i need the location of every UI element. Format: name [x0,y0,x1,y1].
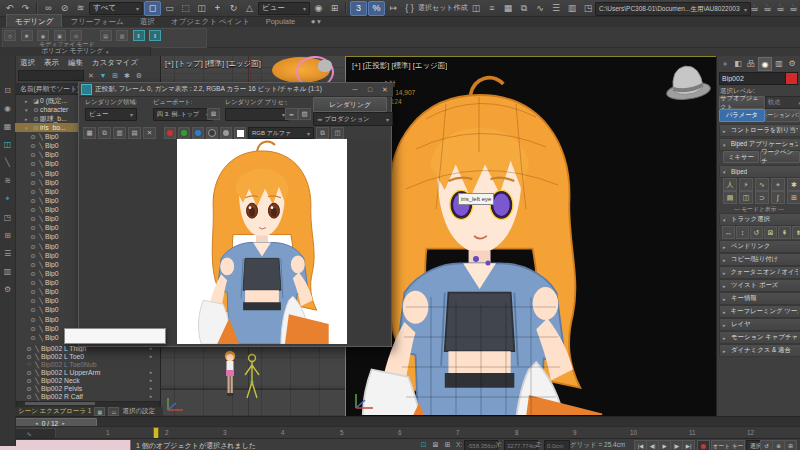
eye-icon[interactable]: ⊙ [32,124,40,131]
render-setup-icon[interactable]: ◳ [581,2,596,15]
display-cameras-icon[interactable]: ⌖ [5,194,10,204]
eye-icon[interactable]: ⊙ [29,133,37,140]
eye-icon[interactable]: ⊙ [29,288,37,295]
eye-icon[interactable]: ⊙ [25,377,33,384]
auto-key-button[interactable]: オート キー [711,440,745,450]
y-coordinate-field[interactable]: 3277.774cm [504,440,538,450]
pick-filter-icon[interactable]: ✱ [122,72,132,80]
maxscript-mini-listener[interactable] [0,440,131,450]
set-key-icon[interactable] [697,440,710,450]
body-rotation-icon[interactable]: ↺ [750,226,763,239]
expand-arrow-icon[interactable]: ▸ [25,116,32,122]
color-swatch[interactable] [234,127,246,139]
eye-icon[interactable]: ⊙ [29,188,37,195]
eye-icon[interactable]: ⊙ [29,160,37,167]
display-geometry-icon[interactable]: ◉ [4,104,11,113]
eye-icon[interactable]: ⊙ [29,170,37,177]
display-materials-icon[interactable]: ⊞ [4,231,11,240]
ribbon-toggle-active[interactable]: ‖ [149,30,161,41]
project-path-field[interactable]: C:\Users\PC308-01\Documen...生用\AU8022003… [595,2,751,16]
undo-icon[interactable]: ↶ [2,2,17,15]
print-image-icon[interactable]: ▤ [128,127,141,139]
rollout-bend-links[interactable]: ▸ベンドリンク● [719,240,800,253]
search-input[interactable] [18,70,84,81]
motion-tab-icon[interactable]: ◉ [758,57,772,71]
eye-icon[interactable]: ⊙ [29,252,37,259]
render-setup-teapot-icon[interactable]: ☕ [748,2,761,13]
eye-icon[interactable]: ⊙ [25,393,33,400]
eye-icon[interactable]: ⊙ [29,334,37,341]
clone-window-icon[interactable]: ▥ [113,127,126,139]
motion-paths-button[interactable]: モーション パス [765,109,800,122]
select-by-name-icon[interactable]: ▭ [162,2,177,15]
body-vertical-icon[interactable]: ↕ [736,226,749,239]
footstep-mode-icon[interactable]: ⚡ [739,178,753,191]
tree-row-pelvis[interactable]: ⊙╲Bip002 Pelvis● [15,384,160,392]
save-file-icon[interactable]: ◫ [739,191,753,204]
create-tab-icon[interactable]: ＋ [719,57,731,69]
material-editor-icon[interactable]: ▥ [565,2,580,15]
selection-lock-icon[interactable]: ⊠ [430,440,441,450]
tree-row-l-toe0nub[interactable]: ◌╲Bip002 L Toe0Nub [15,360,160,368]
eye-icon[interactable]: ⊙ [29,325,37,332]
eye-icon[interactable]: ⊙ [29,151,37,158]
absolute-offset-icon[interactable]: ⊞ [442,440,453,450]
tab-modeling[interactable]: モデリング [6,14,62,28]
eye-icon[interactable]: ⊙ [25,385,33,392]
display-lights-icon[interactable]: ◫ [4,140,12,149]
eye-icon[interactable]: ⊙ [29,279,37,286]
polygon-modeling-bar[interactable]: ポリゴン モデリング▾ [0,47,151,56]
tree-row-l-upperarm[interactable]: ⊙╲Bip002 L UpperArm● [15,368,160,376]
viewport-top-label[interactable]: [+] [トップ] [標準] [エッジ面] [165,59,261,69]
eye-icon[interactable]: ⊙ [29,224,37,231]
eye-icon[interactable]: ⊙ [29,233,37,240]
select-manipulate-icon[interactable]: ⊞ [327,2,342,15]
maximize-icon[interactable]: □ [364,85,376,95]
spinner-snap-icon[interactable]: ↦ [386,2,401,15]
collapse-arrow-icon[interactable]: ▾ [25,107,32,113]
go-to-end-icon[interactable]: ▶| [682,440,695,450]
mixer-button[interactable]: ミキサー [723,151,759,163]
close-icon[interactable]: ✕ [379,85,391,95]
rollout-quaternion-euler[interactable]: ▸クォータニオン / オイラー● [719,266,800,279]
rollout-dynamics-adaptation[interactable]: ▸ダイナミクス & 適合● [719,344,800,357]
scale-icon[interactable]: △ [242,2,257,15]
load-file-icon[interactable]: ▤ [723,191,737,204]
x-coordinate-field[interactable]: -558.356cm [464,440,498,450]
rollout-assign-controller[interactable]: ▸コントローラを割り当て● [719,124,800,137]
bind-spacewarp-icon[interactable]: ≋ [73,2,88,15]
render-setup-icon[interactable]: ☕ [285,108,298,120]
tree-row-neck[interactable]: ⊙╲Bip002 Neck● [15,376,160,384]
lock-com-icon[interactable]: ⊠ [764,226,777,239]
display-shapes-icon[interactable]: ▦ [4,122,12,131]
collapse-arrow-icon[interactable]: ▾ [25,125,32,131]
eye-icon[interactable]: ⊙ [29,197,37,204]
rollout-copy-paste[interactable]: ▸コピー/貼り付け● [719,253,800,266]
eye-icon[interactable]: ⊙ [29,215,37,222]
ribbon-toggle-active[interactable]: ‖ [133,30,145,41]
convert-icon[interactable]: ⊃ [755,191,769,204]
modify-tab-icon[interactable]: ◧ [732,57,744,69]
orbit-icon[interactable]: ↺ [760,440,773,450]
props-icon[interactable]: ⊞ [787,191,800,204]
selection-filter-dropdown[interactable]: すべて▾ [89,2,143,15]
workbench-button[interactable]: ワークベンチ [760,151,800,163]
menu-customize[interactable]: カスタマイズ [92,58,138,68]
clear-search-icon[interactable]: ✕ [86,72,96,80]
eye-icon[interactable]: ⊙ [29,297,37,304]
scrollbar-thumb[interactable] [25,402,95,405]
eye-icon[interactable]: ⊙ [29,142,37,149]
add-filter-icon[interactable]: ⊞ [110,72,120,80]
rollout-twist-poses[interactable]: ▸ツイスト ポーズ● [719,279,800,292]
select-link-icon[interactable]: ∞ [41,2,56,15]
eye-icon[interactable]: ⊙ [29,316,37,323]
render-button[interactable]: レンダリング [313,97,387,112]
render-window-titlebar[interactable]: 正投影, フレーム 0, ガンマ表示 : 2.2, RGBA カラー 16 ビッ… [79,83,393,97]
rollout-biped[interactable]: ▾Biped● [719,165,800,178]
viewport-ortho-label[interactable]: [+] [正投影] [標準] [エッジ面] [352,61,447,71]
menu-select[interactable]: 選択 [20,58,35,68]
display-bones-icon[interactable]: ╲ [5,158,10,167]
mirror-icon[interactable]: ◫ [469,2,484,15]
blue-channel-icon[interactable] [192,127,204,139]
trajectory-dropdown[interactable]: 軌道▾ [765,96,800,109]
